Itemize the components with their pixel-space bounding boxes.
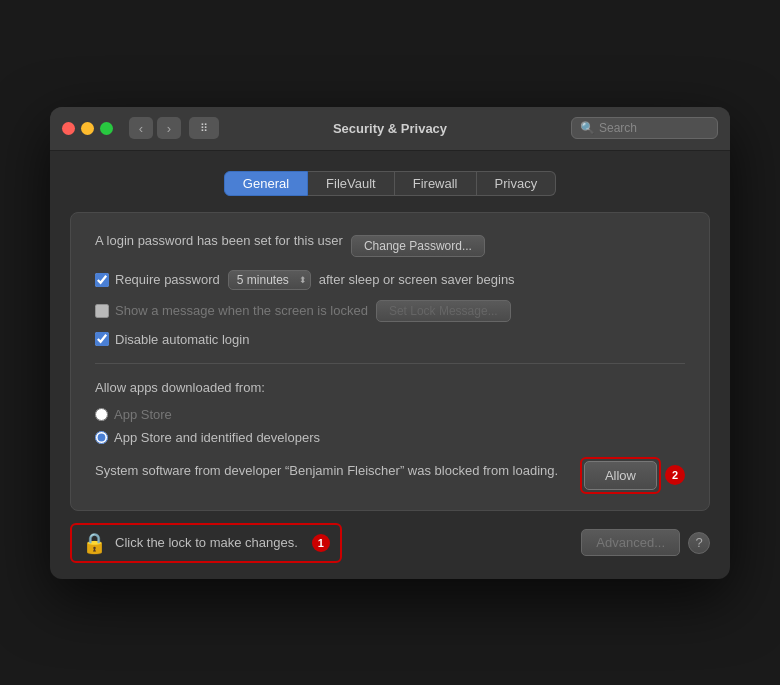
help-button[interactable]: ? <box>688 532 710 554</box>
after-sleep-label: after sleep or screen saver begins <box>319 272 515 287</box>
tab-general[interactable]: General <box>224 171 308 196</box>
password-interval-select[interactable]: 5 minutes <box>228 270 311 290</box>
radio-app-store-identified: App Store and identified developers <box>95 430 685 445</box>
titlebar: ‹ › ⠿ Security & Privacy 🔍 <box>50 107 730 151</box>
app-grid-button[interactable]: ⠿ <box>189 117 219 139</box>
allow-apps-label: Allow apps downloaded from: <box>95 380 685 395</box>
allow-button[interactable]: Allow <box>584 461 657 490</box>
require-password-label: Require password <box>95 272 220 287</box>
badge-1: 1 <box>312 534 330 552</box>
search-box: 🔍 <box>571 117 718 139</box>
bottom-right-controls: Advanced... ? <box>581 529 710 556</box>
traffic-lights <box>62 122 113 135</box>
advanced-button[interactable]: Advanced... <box>581 529 680 556</box>
tab-bar: General FileVault Firewall Privacy <box>70 171 710 196</box>
lock-icon: 🔒 <box>82 531 107 555</box>
app-store-identified-radio-label: App Store and identified developers <box>114 430 320 445</box>
search-icon: 🔍 <box>580 121 595 135</box>
lock-area[interactable]: 🔒 Click the lock to make changes. 1 <box>70 523 342 563</box>
app-store-radio-label: App Store <box>114 407 172 422</box>
set-lock-message-button[interactable]: Set Lock Message... <box>376 300 511 322</box>
blocked-text: System software from developer “Benjamin… <box>95 461 568 481</box>
require-password-checkbox[interactable] <box>95 273 109 287</box>
require-password-row: Require password 5 minutes after sleep o… <box>95 270 685 290</box>
minimize-button[interactable] <box>81 122 94 135</box>
maximize-button[interactable] <box>100 122 113 135</box>
badge-2: 2 <box>665 465 685 485</box>
login-password-label: A login password has been set for this u… <box>95 233 343 248</box>
forward-button[interactable]: › <box>157 117 181 139</box>
tab-privacy[interactable]: Privacy <box>477 171 557 196</box>
content-area: General FileVault Firewall Privacy A log… <box>50 151 730 511</box>
bottombar: 🔒 Click the lock to make changes. 1 Adva… <box>50 511 730 579</box>
allow-btn-container: Allow <box>584 461 657 490</box>
password-interval-select-wrap: 5 minutes <box>228 270 311 290</box>
allow-button-area: Allow 2 <box>584 461 685 490</box>
tab-filevault[interactable]: FileVault <box>308 171 395 196</box>
disable-autologin-label: Disable automatic login <box>95 332 249 347</box>
change-password-button[interactable]: Change Password... <box>351 235 485 257</box>
divider-1 <box>95 363 685 364</box>
app-store-identified-radio[interactable] <box>95 431 108 444</box>
lock-label: Click the lock to make changes. <box>115 535 298 550</box>
show-message-row: Show a message when the screen is locked… <box>95 300 685 322</box>
search-input[interactable] <box>599 121 709 135</box>
back-button[interactable]: ‹ <box>129 117 153 139</box>
settings-panel: A login password has been set for this u… <box>70 212 710 511</box>
radio-app-store: App Store <box>95 407 685 422</box>
login-password-row: A login password has been set for this u… <box>95 233 685 260</box>
main-window: ‹ › ⠿ Security & Privacy 🔍 General FileV… <box>50 107 730 579</box>
tab-firewall[interactable]: Firewall <box>395 171 477 196</box>
app-store-radio[interactable] <box>95 408 108 421</box>
nav-buttons: ‹ › <box>129 117 181 139</box>
show-message-label: Show a message when the screen is locked <box>95 303 368 318</box>
disable-autologin-checkbox[interactable] <box>95 332 109 346</box>
show-message-checkbox[interactable] <box>95 304 109 318</box>
close-button[interactable] <box>62 122 75 135</box>
window-title: Security & Privacy <box>333 121 447 136</box>
blocked-section: System software from developer “Benjamin… <box>95 461 685 490</box>
disable-autologin-row: Disable automatic login <box>95 332 685 347</box>
